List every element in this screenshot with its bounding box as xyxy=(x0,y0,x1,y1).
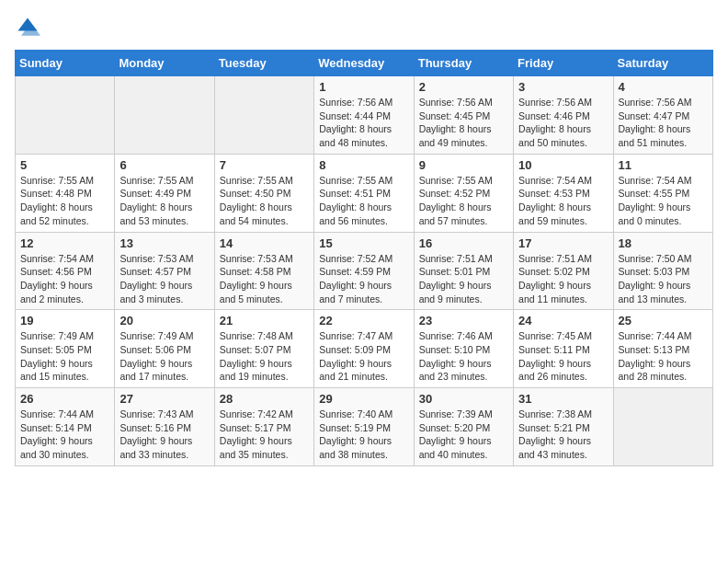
page-header xyxy=(15,15,713,40)
day-header-wednesday: Wednesday xyxy=(314,51,414,76)
day-info: Sunrise: 7:56 AMSunset: 4:45 PMDaylight:… xyxy=(419,96,508,150)
day-number: 9 xyxy=(419,158,508,172)
day-info: Sunrise: 7:42 AMSunset: 5:17 PMDaylight:… xyxy=(220,408,309,462)
calendar-cell: 17Sunrise: 7:51 AMSunset: 5:02 PMDayligh… xyxy=(514,232,613,310)
day-number: 14 xyxy=(220,236,309,250)
day-info: Sunrise: 7:50 AMSunset: 5:03 PMDaylight:… xyxy=(619,252,708,306)
day-info: Sunrise: 7:53 AMSunset: 4:57 PMDaylight:… xyxy=(119,252,209,306)
calendar-cell: 6Sunrise: 7:55 AMSunset: 4:49 PMDaylight… xyxy=(115,154,214,232)
calendar-cell: 11Sunrise: 7:54 AMSunset: 4:55 PMDayligh… xyxy=(613,154,712,232)
day-info: Sunrise: 7:52 AMSunset: 4:59 PMDaylight:… xyxy=(319,252,408,306)
day-info: Sunrise: 7:54 AMSunset: 4:56 PMDaylight:… xyxy=(20,252,109,306)
calendar-week-row: 26Sunrise: 7:44 AMSunset: 5:14 PMDayligh… xyxy=(16,388,713,466)
day-info: Sunrise: 7:54 AMSunset: 4:53 PMDaylight:… xyxy=(518,174,608,228)
day-header-sunday: Sunday xyxy=(16,51,115,76)
calendar-cell: 5Sunrise: 7:55 AMSunset: 4:48 PMDaylight… xyxy=(16,154,115,232)
calendar-cell: 25Sunrise: 7:44 AMSunset: 5:13 PMDayligh… xyxy=(613,310,712,388)
day-number: 13 xyxy=(119,236,209,250)
day-info: Sunrise: 7:56 AMSunset: 4:44 PMDaylight:… xyxy=(319,96,408,150)
day-number: 26 xyxy=(20,392,109,406)
day-info: Sunrise: 7:51 AMSunset: 5:02 PMDaylight:… xyxy=(518,252,608,306)
day-info: Sunrise: 7:47 AMSunset: 5:09 PMDaylight:… xyxy=(319,329,408,384)
day-number: 27 xyxy=(119,392,209,406)
day-number: 1 xyxy=(319,80,408,94)
day-info: Sunrise: 7:40 AMSunset: 5:19 PMDaylight:… xyxy=(319,408,408,462)
day-number: 10 xyxy=(518,158,608,172)
day-number: 20 xyxy=(119,314,209,327)
day-info: Sunrise: 7:55 AMSunset: 4:51 PMDaylight:… xyxy=(319,174,408,228)
day-info: Sunrise: 7:45 AMSunset: 5:11 PMDaylight:… xyxy=(518,329,608,384)
day-number: 2 xyxy=(419,80,508,94)
day-number: 12 xyxy=(20,236,109,250)
calendar-cell: 18Sunrise: 7:50 AMSunset: 5:03 PMDayligh… xyxy=(613,232,712,310)
day-number: 31 xyxy=(518,392,608,406)
calendar-cell: 26Sunrise: 7:44 AMSunset: 5:14 PMDayligh… xyxy=(16,388,115,466)
calendar-cell: 20Sunrise: 7:49 AMSunset: 5:06 PMDayligh… xyxy=(115,310,214,388)
day-number: 6 xyxy=(119,158,209,172)
day-number: 21 xyxy=(220,314,309,327)
calendar-week-row: 12Sunrise: 7:54 AMSunset: 4:56 PMDayligh… xyxy=(16,232,713,310)
calendar-cell: 27Sunrise: 7:43 AMSunset: 5:16 PMDayligh… xyxy=(115,388,214,466)
calendar-cell: 12Sunrise: 7:54 AMSunset: 4:56 PMDayligh… xyxy=(16,232,115,310)
calendar-cell xyxy=(16,76,115,155)
calendar-week-row: 5Sunrise: 7:55 AMSunset: 4:48 PMDaylight… xyxy=(16,154,713,232)
calendar-cell: 7Sunrise: 7:55 AMSunset: 4:50 PMDaylight… xyxy=(214,154,313,232)
calendar-cell: 15Sunrise: 7:52 AMSunset: 4:59 PMDayligh… xyxy=(314,232,414,310)
day-info: Sunrise: 7:43 AMSunset: 5:16 PMDaylight:… xyxy=(119,408,209,462)
day-number: 16 xyxy=(419,236,508,250)
calendar-cell: 23Sunrise: 7:46 AMSunset: 5:10 PMDayligh… xyxy=(414,310,513,388)
day-number: 15 xyxy=(319,236,408,250)
calendar-cell: 1Sunrise: 7:56 AMSunset: 4:44 PMDaylight… xyxy=(314,76,414,155)
day-info: Sunrise: 7:48 AMSunset: 5:07 PMDaylight:… xyxy=(220,329,309,384)
day-number: 30 xyxy=(419,392,508,406)
day-info: Sunrise: 7:55 AMSunset: 4:48 PMDaylight:… xyxy=(20,174,109,228)
calendar-cell: 16Sunrise: 7:51 AMSunset: 5:01 PMDayligh… xyxy=(414,232,513,310)
calendar-cell: 8Sunrise: 7:55 AMSunset: 4:51 PMDaylight… xyxy=(314,154,414,232)
calendar-cell: 2Sunrise: 7:56 AMSunset: 4:45 PMDaylight… xyxy=(414,76,513,155)
day-number: 17 xyxy=(518,236,608,250)
calendar-cell: 31Sunrise: 7:38 AMSunset: 5:21 PMDayligh… xyxy=(514,388,613,466)
day-info: Sunrise: 7:44 AMSunset: 5:14 PMDaylight:… xyxy=(20,408,109,462)
day-info: Sunrise: 7:56 AMSunset: 4:47 PMDaylight:… xyxy=(619,96,708,150)
day-info: Sunrise: 7:56 AMSunset: 4:46 PMDaylight:… xyxy=(518,96,608,150)
day-info: Sunrise: 7:38 AMSunset: 5:21 PMDaylight:… xyxy=(518,408,608,462)
day-info: Sunrise: 7:49 AMSunset: 5:05 PMDaylight:… xyxy=(20,329,109,384)
day-number: 8 xyxy=(319,158,408,172)
day-info: Sunrise: 7:55 AMSunset: 4:50 PMDaylight:… xyxy=(220,174,309,228)
calendar-cell xyxy=(115,76,214,155)
day-info: Sunrise: 7:46 AMSunset: 5:10 PMDaylight:… xyxy=(419,329,508,384)
day-number: 3 xyxy=(518,80,608,94)
calendar-cell: 30Sunrise: 7:39 AMSunset: 5:20 PMDayligh… xyxy=(414,388,513,466)
calendar-cell: 10Sunrise: 7:54 AMSunset: 4:53 PMDayligh… xyxy=(514,154,613,232)
calendar-week-row: 1Sunrise: 7:56 AMSunset: 4:44 PMDaylight… xyxy=(16,76,713,155)
day-info: Sunrise: 7:39 AMSunset: 5:20 PMDaylight:… xyxy=(419,408,508,462)
day-number: 22 xyxy=(319,314,408,327)
day-number: 18 xyxy=(619,236,708,250)
day-header-thursday: Thursday xyxy=(414,51,513,76)
calendar-cell xyxy=(214,76,313,155)
calendar-cell: 19Sunrise: 7:49 AMSunset: 5:05 PMDayligh… xyxy=(16,310,115,388)
day-info: Sunrise: 7:54 AMSunset: 4:55 PMDaylight:… xyxy=(619,174,708,228)
day-header-tuesday: Tuesday xyxy=(214,51,313,76)
day-info: Sunrise: 7:49 AMSunset: 5:06 PMDaylight:… xyxy=(119,329,209,384)
day-number: 25 xyxy=(619,314,708,327)
day-header-friday: Friday xyxy=(514,51,613,76)
day-number: 11 xyxy=(619,158,708,172)
day-number: 4 xyxy=(619,80,708,94)
day-number: 7 xyxy=(220,158,309,172)
day-header-monday: Monday xyxy=(115,51,214,76)
calendar-header-row: SundayMondayTuesdayWednesdayThursdayFrid… xyxy=(16,51,713,76)
calendar-cell: 22Sunrise: 7:47 AMSunset: 5:09 PMDayligh… xyxy=(314,310,414,388)
day-info: Sunrise: 7:51 AMSunset: 5:01 PMDaylight:… xyxy=(419,252,508,306)
day-info: Sunrise: 7:55 AMSunset: 4:49 PMDaylight:… xyxy=(119,174,209,228)
calendar-cell: 28Sunrise: 7:42 AMSunset: 5:17 PMDayligh… xyxy=(214,388,313,466)
calendar-cell: 13Sunrise: 7:53 AMSunset: 4:57 PMDayligh… xyxy=(115,232,214,310)
day-header-saturday: Saturday xyxy=(613,51,712,76)
logo-icon xyxy=(15,15,40,40)
calendar-week-row: 19Sunrise: 7:49 AMSunset: 5:05 PMDayligh… xyxy=(16,310,713,388)
calendar-cell: 14Sunrise: 7:53 AMSunset: 4:58 PMDayligh… xyxy=(214,232,313,310)
calendar-table: SundayMondayTuesdayWednesdayThursdayFrid… xyxy=(15,50,713,466)
calendar-cell: 24Sunrise: 7:45 AMSunset: 5:11 PMDayligh… xyxy=(514,310,613,388)
logo xyxy=(15,15,44,40)
day-info: Sunrise: 7:44 AMSunset: 5:13 PMDaylight:… xyxy=(619,329,708,384)
